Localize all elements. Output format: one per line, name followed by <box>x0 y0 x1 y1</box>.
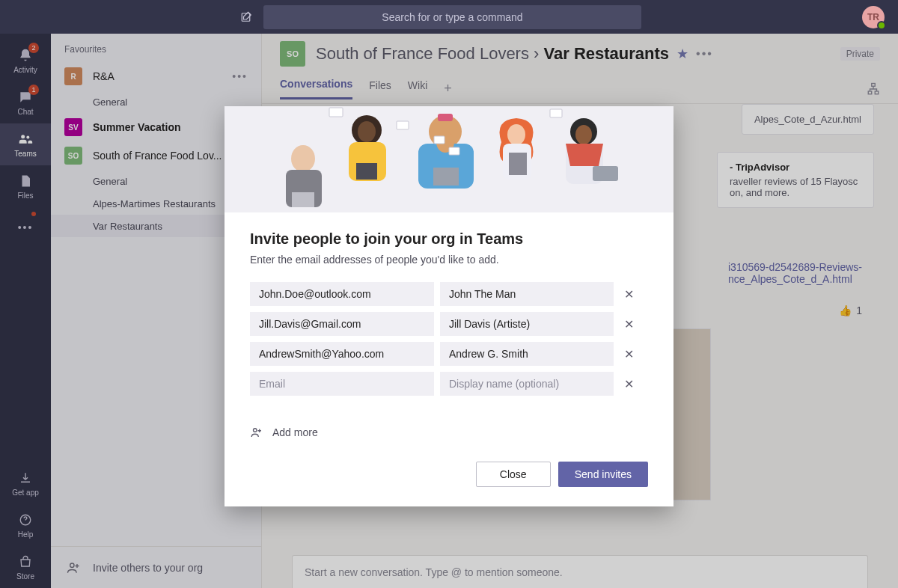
svg-rect-31 <box>550 109 562 117</box>
display-name-field[interactable] <box>440 372 614 396</box>
modal-title: Invite people to join your org in Teams <box>250 230 648 248</box>
email-field[interactable] <box>250 372 434 396</box>
svg-rect-16 <box>438 114 453 121</box>
svg-rect-26 <box>593 166 618 181</box>
presence-icon <box>877 21 886 30</box>
invite-row: ✕ <box>250 372 648 396</box>
svg-point-32 <box>254 429 257 432</box>
avatar-initials: TR <box>867 12 879 22</box>
compose-icon[interactable] <box>238 8 256 26</box>
svg-rect-22 <box>509 153 527 175</box>
svg-point-20 <box>507 124 525 145</box>
display-name-field[interactable] <box>440 282 614 306</box>
remove-row-icon[interactable]: ✕ <box>620 375 638 393</box>
send-invites-button[interactable]: Send invites <box>558 462 648 487</box>
svg-rect-29 <box>434 136 445 144</box>
svg-point-8 <box>291 145 315 172</box>
svg-rect-28 <box>397 121 409 129</box>
add-more-button[interactable]: Add more <box>250 426 648 439</box>
svg-point-24 <box>575 125 592 144</box>
svg-rect-18 <box>433 168 459 186</box>
email-field[interactable] <box>250 282 434 306</box>
display-name-field[interactable] <box>440 312 614 336</box>
hero-illustration-icon <box>254 106 644 212</box>
add-person-icon <box>250 426 263 439</box>
remove-row-icon[interactable]: ✕ <box>620 285 638 303</box>
svg-rect-10 <box>292 192 314 207</box>
modal-hero <box>224 106 674 212</box>
avatar[interactable]: TR <box>862 6 885 28</box>
svg-point-13 <box>358 121 376 142</box>
invite-row: ✕ <box>250 342 648 366</box>
display-name-field[interactable] <box>440 342 614 366</box>
invite-row: ✕ <box>250 282 648 306</box>
email-field[interactable] <box>250 312 434 336</box>
remove-row-icon[interactable]: ✕ <box>620 345 638 363</box>
email-field[interactable] <box>250 342 434 366</box>
svg-rect-30 <box>449 147 459 155</box>
invite-rows: ✕ ✕ ✕ ✕ <box>250 282 648 396</box>
modal-subtitle: Enter the email addresses of people you'… <box>250 254 648 266</box>
invite-row: ✕ <box>250 312 648 336</box>
svg-rect-27 <box>329 108 343 117</box>
remove-row-icon[interactable]: ✕ <box>620 315 638 333</box>
title-bar: Search for or type a command TR <box>0 0 898 34</box>
add-more-label: Add more <box>272 426 318 438</box>
invite-modal: Invite people to join your org in Teams … <box>224 106 674 506</box>
search-input[interactable]: Search for or type a command <box>263 5 641 29</box>
close-button[interactable]: Close <box>476 462 551 487</box>
svg-rect-14 <box>356 163 377 180</box>
